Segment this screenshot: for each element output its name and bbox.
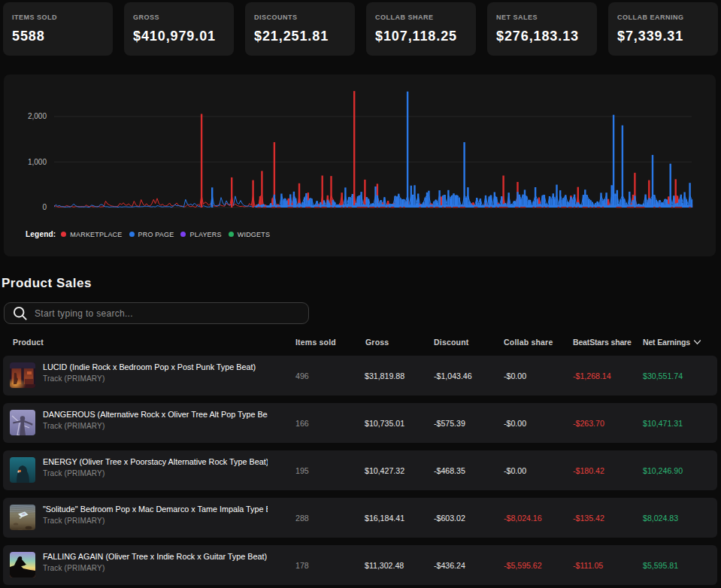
svg-text:1,000: 1,000 xyxy=(28,158,47,166)
svg-text:2,000: 2,000 xyxy=(28,112,47,120)
svg-text:0: 0 xyxy=(42,203,47,211)
